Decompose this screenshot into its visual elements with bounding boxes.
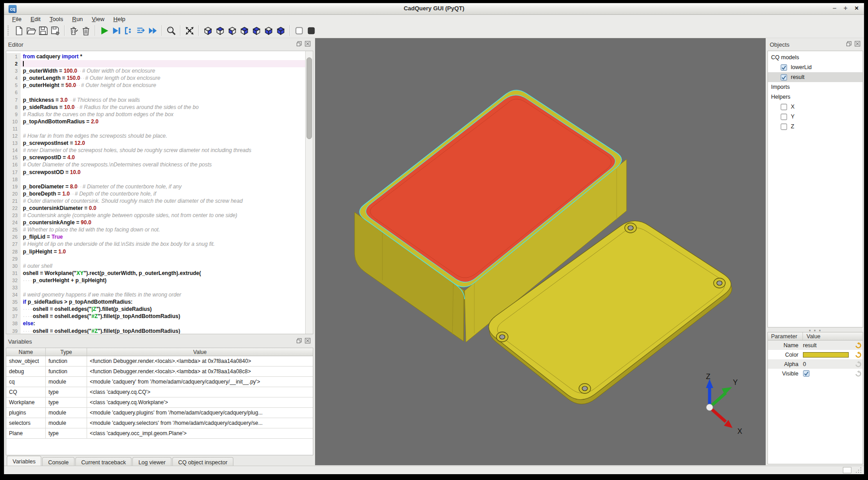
variable-row[interactable]: cqmodule<module 'cadquery' from '/home/a… xyxy=(6,377,313,387)
close-panel-icon[interactable] xyxy=(305,338,311,345)
tree-item-z[interactable]: Z xyxy=(768,122,863,131)
param-row-name[interactable]: Nameresult xyxy=(768,340,863,350)
menu-help[interactable]: Help xyxy=(109,16,130,22)
fit-all-button[interactable] xyxy=(184,25,196,37)
close-button[interactable]: × xyxy=(855,4,859,12)
variable-row[interactable]: selectorsmodule<module 'cadquery.selecto… xyxy=(6,418,313,428)
code-line[interactable]: 30# outer shell xyxy=(6,262,305,270)
code-line[interactable]: 17p_screwpostOD = 10.0 xyxy=(6,169,305,176)
color-swatch[interactable] xyxy=(803,352,849,358)
run-button[interactable] xyxy=(98,25,110,37)
variable-row[interactable]: Workplanetype<class 'cadquery.cq.Workpla… xyxy=(6,397,313,408)
clear-render-button[interactable] xyxy=(68,25,80,37)
menu-edit[interactable]: Edit xyxy=(26,16,45,22)
param-row-alpha[interactable]: Alpha0 xyxy=(768,359,863,369)
float-panel-icon[interactable] xyxy=(296,338,302,345)
code-line[interactable]: 18 xyxy=(6,176,305,183)
view-cube-back-button[interactable] xyxy=(202,25,214,37)
menu-tools[interactable]: Tools xyxy=(45,16,67,22)
code-line[interactable]: 4p_outerLength = 150.0··# Outer length o… xyxy=(6,74,305,82)
title-bar[interactable]: cq CadQuery GUI (PyQT) – + × xyxy=(4,3,864,15)
param-row-visible[interactable]: Visible xyxy=(768,369,863,378)
unchecked-checkbox-icon[interactable] xyxy=(780,123,787,130)
toggle-shaded-button[interactable] xyxy=(305,25,317,37)
param-value[interactable]: result xyxy=(803,342,853,349)
code-line[interactable]: 28p_lipHeight = 1.0 xyxy=(6,248,305,255)
code-line[interactable]: 22p_countersinkDiameter = 0.0 xyxy=(6,205,305,212)
code-editor[interactable]: 1from cadquery import *23p_outerWidth = … xyxy=(6,51,313,334)
view-cube-right-button[interactable] xyxy=(263,25,275,37)
variable-row[interactable]: Planetype<class 'cadquery.occ_impl.geom.… xyxy=(6,428,313,439)
variables-col-header[interactable]: Type xyxy=(46,348,87,356)
code-line[interactable]: 33 xyxy=(6,284,305,291)
variables-col-header[interactable]: Value xyxy=(87,348,313,356)
save-button[interactable] xyxy=(37,25,49,37)
code-line[interactable]: 10p_topAndBottomRadius = 2.0 xyxy=(6,118,305,125)
code-line[interactable]: 32····p_outerHeight + p_lipHeight) xyxy=(6,277,305,284)
code-line[interactable]: 31oshell = Workplane("XY").rect(p_outerW… xyxy=(6,270,305,277)
code-line[interactable]: 15p_screwpostID = 4.0 xyxy=(6,154,305,161)
close-panel-icon[interactable] xyxy=(855,41,860,48)
code-line[interactable]: 34# weird geometry happens if we make th… xyxy=(6,291,305,298)
code-line[interactable]: 24p_countersinkAngle = 90.0 xyxy=(6,219,305,226)
code-line[interactable]: 13p_screwpostInset = 12.0 xyxy=(6,140,305,147)
variable-row[interactable]: pluginsmodule<module 'cadquery.plugins' … xyxy=(6,408,313,418)
menu-run[interactable]: Run xyxy=(68,16,88,22)
unchecked-checkbox-icon[interactable] xyxy=(780,104,787,110)
editor-scrollbar[interactable] xyxy=(305,51,313,334)
code-line[interactable]: 11 xyxy=(6,125,305,132)
code-line[interactable]: 6 xyxy=(6,89,305,96)
code-line[interactable]: 23# Countersink angle (complete angle be… xyxy=(6,212,305,219)
code-line[interactable]: 19p_boreDiameter = 8.0··# Diameter of th… xyxy=(6,183,305,190)
open-file-button[interactable] xyxy=(25,25,37,37)
tree-item-y[interactable]: Y xyxy=(768,112,863,122)
undo-button[interactable] xyxy=(853,351,863,358)
code-line[interactable]: 26p_flipLid = True xyxy=(6,233,305,240)
code-line[interactable]: 37····oshell = oshell.edges("#Z").fillet… xyxy=(6,313,305,320)
code-line[interactable]: 5p_outerHeight = 50.0··# Outer height of… xyxy=(6,82,305,89)
view-cube-left-button[interactable] xyxy=(250,25,263,37)
code-line[interactable]: 25# Whether to place the lid with the to… xyxy=(6,226,305,233)
float-panel-icon[interactable] xyxy=(846,41,852,48)
step-into-button[interactable] xyxy=(135,25,147,37)
code-line[interactable]: 20p_boreDepth = 1.0··# Depth of the coun… xyxy=(6,190,305,197)
delete-all-button[interactable] xyxy=(80,25,92,37)
code-line[interactable]: 3p_outerWidth = 100.0··# Outer width of … xyxy=(6,67,305,74)
float-panel-icon[interactable] xyxy=(296,41,302,48)
tree-item-lowerlid[interactable]: lowerLid xyxy=(768,62,863,72)
step-button[interactable] xyxy=(123,25,135,37)
checked-checkbox-icon[interactable] xyxy=(803,370,810,377)
param-value[interactable]: 0 xyxy=(803,361,853,367)
variable-row[interactable]: CQtype<class 'cadquery.cq.CQ'> xyxy=(6,387,313,397)
code-line[interactable]: 16# Outer Diameter of the screwposts.\nD… xyxy=(6,161,305,168)
view-cube-bottom-button[interactable] xyxy=(226,25,238,37)
code-line[interactable]: 21# Outer diameter of countersink. Shoul… xyxy=(6,197,305,205)
tree-group-imports[interactable]: Imports xyxy=(768,82,863,92)
minimize-button[interactable]: – xyxy=(833,4,836,12)
view-cube-iso-button[interactable] xyxy=(275,25,287,37)
param-value[interactable] xyxy=(803,370,853,377)
code-line[interactable]: 27# Height of lip on the underside of th… xyxy=(6,240,305,248)
resize-grip[interactable] xyxy=(855,467,861,473)
variable-row[interactable]: show_objectfunction<function Debugger.re… xyxy=(6,356,313,367)
editor-scrollbar-thumb[interactable] xyxy=(307,57,312,139)
zoom-to-fit-button[interactable] xyxy=(165,25,177,37)
variable-row[interactable]: debugfunction<function Debugger.render.<… xyxy=(6,367,313,377)
tree-group-helpers[interactable]: Helpers xyxy=(768,92,863,102)
view-cube-front-button[interactable] xyxy=(238,25,250,37)
menu-file[interactable]: File xyxy=(8,16,26,22)
save-as-button[interactable] xyxy=(49,25,61,37)
param-row-color[interactable]: Color xyxy=(768,350,863,359)
menu-view[interactable]: View xyxy=(88,16,109,22)
continue-button[interactable] xyxy=(147,25,159,37)
unchecked-checkbox-icon[interactable] xyxy=(780,113,787,120)
3d-viewport[interactable]: Z Y X xyxy=(315,38,766,465)
param-value[interactable] xyxy=(803,352,853,358)
code-line[interactable]: 12# How far in from the edges the screwp… xyxy=(6,132,305,140)
code-line[interactable]: 39····oshell = oshell.edges("#Z").fillet… xyxy=(6,327,305,334)
tree-group-cq-models[interactable]: CQ models xyxy=(768,52,863,62)
new-file-button[interactable] xyxy=(13,25,25,37)
code-line[interactable]: 35if p_sideRadius > p_topAndBottomRadius… xyxy=(6,298,305,305)
variables-col-header[interactable]: Name xyxy=(6,348,46,356)
code-line[interactable]: 38else: xyxy=(6,320,305,327)
